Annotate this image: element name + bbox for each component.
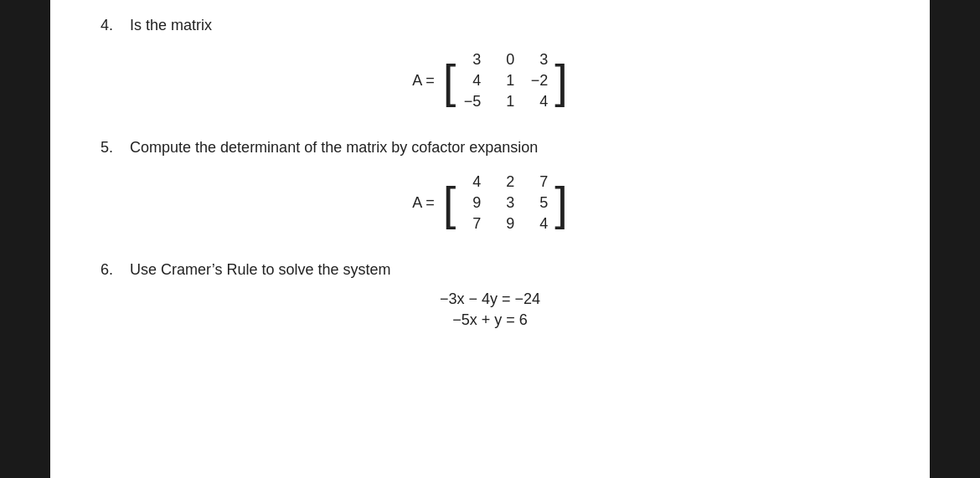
p5-r2c1: 9: [462, 194, 481, 212]
problem-6-text: Use Cramer’s Rule to solve the system: [130, 261, 390, 278]
p4-r3c3: 4: [529, 93, 548, 111]
p4-r2c3: −2: [529, 72, 548, 90]
problem-4-bracket-wrap: [ 3 0 3 4 1 −2 −5 1 4 ]: [443, 46, 568, 116]
problem-4-text: Is the matrix: [130, 17, 212, 33]
p5-r3c3: 4: [529, 215, 548, 233]
equation-1: −3x − 4y = −24: [440, 290, 540, 308]
problem-6-title: 6. Use Cramer’s Rule to solve the system: [101, 261, 879, 279]
p4-r3c2: 1: [496, 93, 514, 111]
problem-4-title: 4. Is the matrix: [101, 17, 879, 34]
problem-5-text: Compute the determinant of the matrix by…: [130, 139, 538, 156]
problem-4: 4. Is the matrix A = [ 3 0 3 4 1 −2 −5: [101, 17, 879, 116]
p5-r1c1: 4: [462, 173, 481, 191]
p4-r2c2: 1: [496, 72, 514, 90]
bracket-right-4: ]: [554, 46, 568, 116]
p5-r2c3: 5: [529, 194, 548, 212]
problem-6-equations: −3x − 4y = −24 −5x + y = 6: [101, 290, 879, 332]
problem-4-matrix-label: A =: [412, 72, 435, 90]
bracket-left-4: [: [443, 46, 456, 116]
p5-r2c2: 3: [496, 194, 514, 212]
problem-6-number: 6.: [101, 261, 113, 278]
equation-2: −5x + y = 6: [452, 311, 528, 329]
p5-r3c1: 7: [462, 215, 481, 233]
p5-r1c2: 2: [496, 173, 514, 191]
p5-r1c3: 7: [529, 173, 548, 191]
problem-4-number: 4.: [101, 17, 113, 33]
problem-6: 6. Use Cramer’s Rule to solve the system…: [101, 261, 879, 332]
problem-4-matrix-container: A = [ 3 0 3 4 1 −2 −5 1 4 ]: [101, 46, 879, 116]
p4-r1c1: 3: [462, 51, 481, 69]
problem-5: 5. Compute the determinant of the matrix…: [101, 139, 879, 238]
bracket-right-5: ]: [554, 168, 568, 238]
problem-5-matrix-container: A = [ 4 2 7 9 3 5 7 9 4 ]: [101, 168, 879, 238]
p4-r2c1: 4: [462, 72, 481, 90]
p4-r1c3: 3: [529, 51, 548, 69]
p5-r3c2: 9: [496, 215, 514, 233]
problem-5-matrix-label: A =: [412, 194, 435, 212]
bracket-left-5: [: [443, 168, 456, 238]
p4-r3c1: −5: [462, 93, 481, 111]
p4-r1c2: 0: [496, 51, 514, 69]
problem-5-title: 5. Compute the determinant of the matrix…: [101, 139, 879, 157]
problem-4-matrix-grid: 3 0 3 4 1 −2 −5 1 4: [459, 46, 551, 116]
main-page: 4. Is the matrix A = [ 3 0 3 4 1 −2 −5: [50, 0, 930, 478]
problem-5-bracket-wrap: [ 4 2 7 9 3 5 7 9 4 ]: [443, 168, 568, 238]
problem-5-number: 5.: [101, 139, 113, 156]
problem-5-matrix-grid: 4 2 7 9 3 5 7 9 4: [459, 168, 551, 238]
